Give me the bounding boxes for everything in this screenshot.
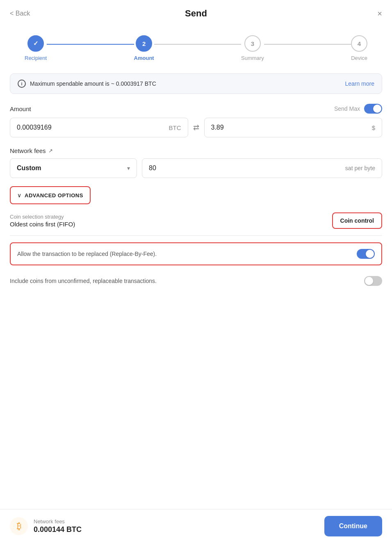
- close-button[interactable]: ×: [377, 9, 382, 18]
- divider-1: [10, 235, 382, 236]
- back-button[interactable]: < Back: [10, 10, 30, 17]
- send-max-row: Send Max: [334, 104, 382, 114]
- info-icon: i: [18, 80, 26, 88]
- unconfirmed-toggle-thumb: [365, 277, 373, 285]
- step-label-recipient: Recipient: [25, 55, 47, 61]
- toggle-thumb: [373, 105, 381, 113]
- unconfirmed-option-label: Include coins from unconfirmed, replacea…: [10, 278, 364, 284]
- fees-dropdown-value: Custom: [17, 164, 41, 172]
- fees-sat-value: 80: [149, 164, 156, 172]
- amount-inputs: 0.00039169 BTC ⇄ 3.89 $: [10, 118, 382, 137]
- info-banner-left: i Maximum spendable amount is ~ 0.000391…: [18, 80, 156, 88]
- step-label-summary: Summary: [241, 55, 264, 61]
- step-recipient: ✓ Recipient: [25, 35, 47, 61]
- step-circle-recipient: ✓: [27, 35, 44, 52]
- fees-inputs: Custom ▾ 80 sat per byte: [10, 158, 382, 178]
- btc-currency: BTC: [169, 124, 181, 131]
- coin-selection-info: Coin selection strategy Oldest coins fir…: [10, 214, 75, 228]
- network-fees-section: Network fees ↗ Custom ▾ 80 sat per byte: [10, 147, 382, 178]
- advanced-options-toggle[interactable]: ∨ ADVANCED OPTIONS: [10, 186, 91, 204]
- step-summary: 3 Summary: [241, 35, 264, 61]
- step-circle-device: 4: [351, 35, 367, 52]
- page-title: Send: [185, 8, 207, 19]
- step-circle-amount: 2: [136, 35, 152, 52]
- step-circle-summary: 3: [244, 35, 261, 52]
- header: < Back Send ×: [0, 0, 392, 27]
- amount-header: Amount Send Max: [10, 104, 382, 114]
- coin-control-button[interactable]: Coin control: [332, 212, 382, 229]
- amount-section: Amount Send Max 0.00039169 BTC ⇄ 3.89 $: [10, 104, 382, 137]
- coin-selection-value: Oldest coins first (FIFO): [10, 221, 75, 228]
- connector-1: [47, 44, 134, 45]
- rbf-option-row: Allow the transaction to be replaced (Re…: [10, 242, 382, 265]
- stepper: ✓ Recipient 2 Amount 3 Summary 4 Device: [0, 27, 392, 73]
- fees-sat-box[interactable]: 80 sat per byte: [142, 158, 382, 178]
- step-device: 4 Device: [351, 35, 367, 61]
- coin-selection-row: Coin selection strategy Oldest coins fir…: [10, 212, 382, 229]
- fiat-currency: $: [372, 124, 375, 131]
- external-link-icon[interactable]: ↗: [48, 148, 53, 154]
- btc-symbol: ₿: [17, 521, 21, 532]
- fiat-value: 3.89: [211, 124, 224, 131]
- network-fees-header: Network fees ↗: [10, 147, 382, 154]
- content: i Maximum spendable amount is ~ 0.000391…: [0, 73, 392, 509]
- continue-button[interactable]: Continue: [324, 516, 382, 536]
- fiat-input[interactable]: 3.89 $: [204, 118, 383, 137]
- chevron-down-advanced-icon: ∨: [17, 192, 21, 198]
- btc-input[interactable]: 0.00039169 BTC: [10, 118, 188, 137]
- amount-label: Amount: [10, 105, 31, 112]
- connector-2: [154, 44, 241, 45]
- footer-left: ₿ Network fees 0.000144 BTC: [10, 517, 82, 535]
- advanced-options-label: ADVANCED OPTIONS: [25, 192, 83, 198]
- rbf-toggle-thumb: [366, 250, 374, 258]
- learn-more-link[interactable]: Learn more: [345, 80, 374, 87]
- chevron-down-icon: ▾: [127, 165, 130, 171]
- footer: ₿ Network fees 0.000144 BTC Continue: [0, 509, 392, 543]
- step-label-device: Device: [351, 55, 367, 61]
- step-amount: 2 Amount: [134, 35, 154, 61]
- unconfirmed-toggle[interactable]: [364, 276, 382, 286]
- btc-value: 0.00039169: [17, 124, 52, 131]
- step-label-amount: Amount: [134, 55, 154, 61]
- info-banner-text: Maximum spendable amount is ~ 0.0003917 …: [30, 80, 156, 87]
- send-max-toggle[interactable]: [364, 104, 382, 114]
- unconfirmed-option-row: Include coins from unconfirmed, replacea…: [10, 270, 382, 292]
- rbf-toggle[interactable]: [357, 249, 375, 259]
- rbf-option-label: Allow the transaction to be replaced (Re…: [17, 251, 357, 257]
- coin-selection: Coin selection strategy Oldest coins fir…: [10, 212, 382, 229]
- btc-icon: ₿: [10, 517, 28, 535]
- swap-icon[interactable]: ⇄: [193, 123, 199, 132]
- network-fees-label: Network fees: [10, 147, 46, 154]
- connector-3: [264, 44, 351, 45]
- info-banner: i Maximum spendable amount is ~ 0.000391…: [10, 73, 382, 94]
- send-max-label: Send Max: [334, 105, 360, 112]
- footer-fees-label: Network fees: [34, 518, 82, 525]
- footer-fees-value: 0.000144 BTC: [34, 525, 82, 534]
- fees-sat-unit: sat per byte: [345, 165, 375, 171]
- footer-fees-info: Network fees 0.000144 BTC: [34, 518, 82, 534]
- coin-selection-strategy-label: Coin selection strategy: [10, 214, 75, 220]
- fees-dropdown[interactable]: Custom ▾: [10, 158, 137, 178]
